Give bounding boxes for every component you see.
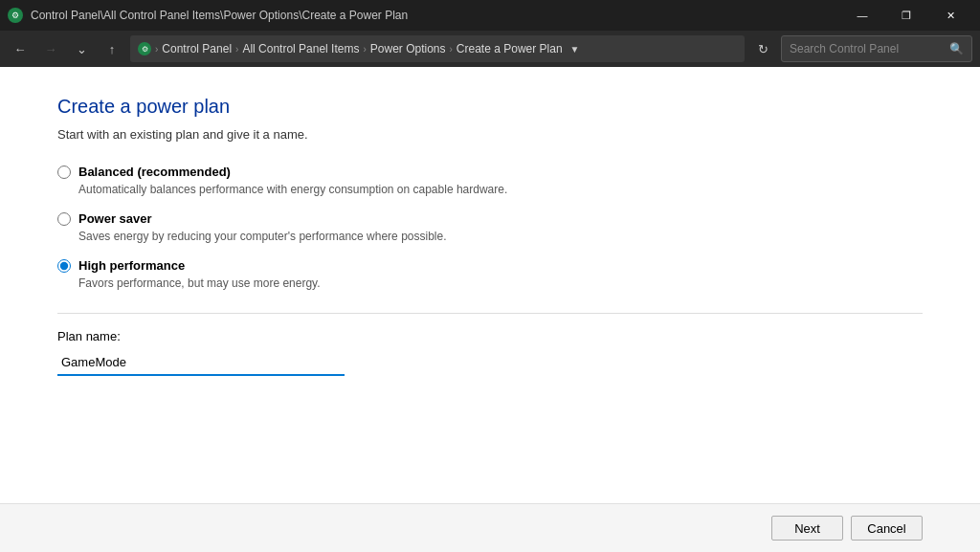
back-button[interactable]: ←	[8, 36, 33, 61]
breadcrumb-sep-3: ›	[450, 44, 453, 55]
page-subtitle: Start with an existing plan and give it …	[57, 127, 923, 142]
plan-desc-high-performance: Favors performance, but may use more ene…	[78, 276, 923, 290]
content-area: Create a power plan Start with an existi…	[0, 67, 980, 503]
search-icon: 🔍	[949, 42, 964, 55]
plan-desc-balanced: Automatically balances performance with …	[78, 183, 923, 196]
breadcrumb-sep-0: ›	[155, 44, 158, 55]
plan-desc-power-saver: Saves energy by reducing your computer's…	[78, 230, 923, 243]
breadcrumb-all-items[interactable]: All Control Panel Items	[242, 42, 359, 55]
breadcrumb: ⚙ › Control Panel › All Control Panel It…	[130, 35, 745, 62]
plan-option-balanced: Balanced (recommended) Automatically bal…	[57, 165, 923, 196]
plan-name-section: Plan name:	[57, 329, 923, 376]
title-bar: ⚙ Control Panel\All Control Panel Items\…	[0, 0, 980, 31]
search-input[interactable]	[790, 42, 944, 55]
plan-option-high-performance-header: High performance	[57, 258, 923, 273]
main-content: Create a power plan Start with an existi…	[0, 67, 980, 552]
plan-name-input[interactable]	[57, 349, 345, 376]
plan-label-power-saver[interactable]: Power saver	[78, 211, 152, 226]
cancel-button[interactable]: Cancel	[851, 516, 923, 541]
app-icon: ⚙	[8, 8, 23, 23]
up-button[interactable]: ↑	[100, 36, 124, 61]
minimize-button[interactable]: —	[840, 0, 884, 31]
forward-button[interactable]: →	[38, 36, 63, 61]
plan-label-high-performance[interactable]: High performance	[78, 258, 185, 273]
plan-option-power-saver: Power saver Saves energy by reducing you…	[57, 211, 923, 243]
breadcrumb-dropdown-button[interactable]: ▼	[570, 44, 580, 55]
plan-option-high-performance: High performance Favors performance, but…	[57, 258, 923, 290]
breadcrumb-power-options[interactable]: Power Options	[370, 42, 446, 55]
plan-label-balanced[interactable]: Balanced (recommended)	[78, 165, 231, 179]
button-area: Next Cancel	[0, 503, 980, 552]
radio-power-saver[interactable]	[57, 212, 71, 226]
divider	[57, 313, 923, 314]
window-title: Control Panel\All Control Panel Items\Po…	[31, 9, 833, 22]
radio-balanced[interactable]	[57, 166, 71, 179]
plan-name-label: Plan name:	[57, 329, 923, 343]
plan-option-balanced-header: Balanced (recommended)	[57, 165, 923, 179]
breadcrumb-create-plan[interactable]: Create a Power Plan	[457, 42, 563, 55]
radio-high-performance[interactable]	[57, 259, 71, 273]
recent-locations-button[interactable]: ⌄	[69, 36, 94, 61]
plan-option-power-saver-header: Power saver	[57, 211, 923, 226]
window-controls: — ❐ ✕	[840, 0, 972, 31]
refresh-button[interactable]: ↻	[750, 36, 775, 61]
breadcrumb-sep-2: ›	[363, 44, 366, 55]
next-button[interactable]: Next	[771, 516, 843, 541]
address-bar: ← → ⌄ ↑ ⚙ › Control Panel › All Control …	[0, 31, 980, 67]
page-title: Create a power plan	[57, 96, 923, 118]
restore-button[interactable]: ❐	[884, 0, 928, 31]
breadcrumb-control-panel[interactable]: Control Panel	[162, 42, 232, 55]
plan-options-list: Balanced (recommended) Automatically bal…	[57, 165, 923, 290]
close-button[interactable]: ✕	[928, 0, 972, 31]
breadcrumb-sep-1: ›	[235, 44, 238, 55]
breadcrumb-icon: ⚙	[138, 42, 151, 55]
search-bar: 🔍	[781, 35, 972, 62]
